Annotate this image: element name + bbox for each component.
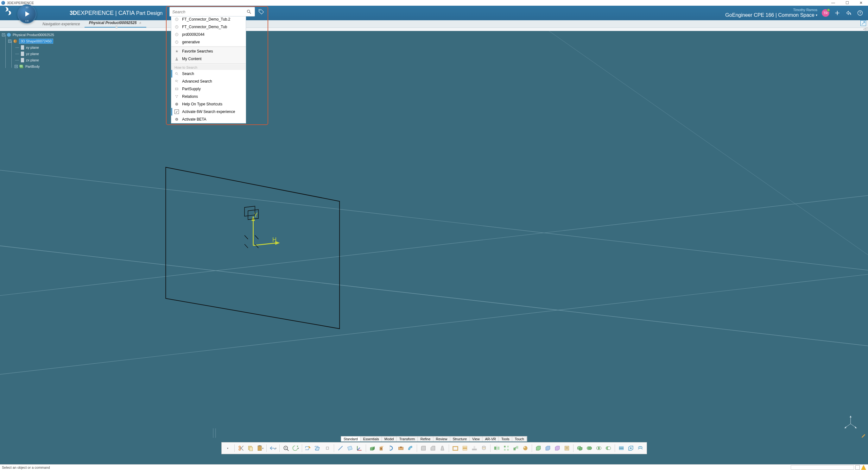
status-indicator[interactable] bbox=[855, 465, 860, 470]
search-option-beta[interactable]: iActivate BETA bbox=[171, 115, 246, 123]
tool-tab-structure[interactable]: Structure bbox=[450, 436, 470, 441]
remove-button[interactable] bbox=[604, 444, 613, 452]
rib-button[interactable] bbox=[406, 444, 415, 452]
toolbar-dropdown[interactable]: ▾ bbox=[224, 444, 232, 452]
tree-root[interactable]: − Physical Product00092525 bbox=[2, 32, 54, 38]
search-option-6w[interactable]: ✓Activate 6W Search experience bbox=[171, 108, 246, 115]
tree-plane-zx[interactable]: zx plane bbox=[14, 57, 54, 63]
natural-shape-button[interactable] bbox=[323, 444, 332, 452]
tool-tab-essentials[interactable]: Essentials bbox=[361, 436, 382, 441]
favorite-searches[interactable]: ★Favorite Searches bbox=[171, 47, 246, 55]
tool-tab-standard[interactable]: Standard bbox=[341, 436, 361, 441]
body-button[interactable] bbox=[534, 444, 543, 452]
expand-icon[interactable]: − bbox=[8, 40, 11, 43]
spec-tree[interactable]: − Physical Product00092525 − 3D Shape000… bbox=[2, 32, 54, 70]
search-option-help-shortcuts[interactable]: ?Help On Type Shortcuts bbox=[171, 100, 246, 108]
plane-button[interactable] bbox=[345, 444, 354, 452]
tag-button[interactable] bbox=[257, 8, 265, 15]
stiffener-button[interactable] bbox=[470, 444, 479, 452]
pad-button[interactable] bbox=[368, 444, 377, 452]
view-axis-widget[interactable] bbox=[843, 414, 859, 431]
user-context[interactable]: Timothy Ramos GoEngineer CPE 166 | Commo… bbox=[725, 8, 817, 18]
shaft-button[interactable] bbox=[387, 444, 396, 452]
line-button[interactable] bbox=[336, 444, 345, 452]
pattern-button[interactable] bbox=[502, 444, 511, 452]
expand-icon[interactable]: − bbox=[2, 33, 5, 36]
tree-plane-yz[interactable]: yz plane bbox=[14, 51, 54, 57]
collapse-panel-icon[interactable]: ◁ | bbox=[863, 27, 867, 31]
tool-tab-arvr[interactable]: AR-VR bbox=[483, 436, 499, 441]
tree-partbody[interactable]: +PartBody bbox=[14, 63, 54, 70]
thickness-button[interactable] bbox=[460, 444, 469, 452]
thick-surface-button[interactable] bbox=[636, 444, 645, 452]
tool-tab-view[interactable]: View bbox=[470, 436, 483, 441]
intersect-button[interactable] bbox=[594, 444, 603, 452]
tool-tab-model[interactable]: Model bbox=[382, 436, 397, 441]
chamfer-button[interactable] bbox=[429, 444, 437, 452]
assemble-button[interactable] bbox=[576, 444, 584, 452]
publication-button[interactable] bbox=[562, 444, 571, 452]
maximize-button[interactable]: ☐ bbox=[840, 0, 854, 6]
edit-mode-button[interactable] bbox=[861, 433, 866, 440]
command-input[interactable] bbox=[791, 465, 854, 470]
tab-navigation-experience[interactable]: Navigation experience bbox=[38, 21, 85, 28]
tool-tab-tools[interactable]: Tools bbox=[499, 436, 513, 441]
ordered-geoset-button[interactable] bbox=[553, 444, 562, 452]
split-button[interactable] bbox=[617, 444, 626, 452]
sketch-button[interactable] bbox=[304, 444, 313, 452]
search-option-advanced[interactable]: Advanced Search bbox=[171, 77, 246, 85]
tool-tab-review[interactable]: Review bbox=[433, 436, 450, 441]
positioned-sketch-icon bbox=[315, 445, 321, 451]
fillet-button[interactable] bbox=[419, 444, 428, 452]
tree-3dshape[interactable]: − 3D Shape00072450 bbox=[8, 38, 54, 44]
shell-button[interactable] bbox=[451, 444, 460, 452]
search-history-item[interactable]: prd00092044 bbox=[171, 31, 246, 38]
tree-plane-xy[interactable]: xy plane bbox=[14, 44, 54, 51]
close-surface-button[interactable] bbox=[626, 444, 635, 452]
cut-button[interactable] bbox=[237, 444, 245, 452]
hole-button[interactable] bbox=[397, 444, 405, 452]
positioned-sketch-button[interactable] bbox=[313, 444, 322, 452]
expand-panel-button[interactable] bbox=[860, 20, 866, 26]
search-option-search[interactable]: Search bbox=[171, 70, 246, 77]
help-button[interactable]: ? bbox=[857, 9, 864, 16]
material-button[interactable] bbox=[521, 444, 530, 452]
tool-tab-touch[interactable]: Touch bbox=[513, 436, 527, 441]
thread-button[interactable] bbox=[479, 444, 488, 452]
union-button[interactable] bbox=[585, 444, 594, 452]
geoset-button[interactable] bbox=[544, 444, 552, 452]
search-history-item[interactable]: generative bbox=[171, 38, 246, 46]
tree-splitter[interactable] bbox=[116, 25, 118, 29]
compass-button[interactable]: 3D V.R bbox=[18, 4, 36, 24]
warning-icon[interactable] bbox=[861, 465, 866, 470]
axis-h-label: H bbox=[272, 236, 276, 243]
paste-button[interactable]: ▾ bbox=[255, 444, 265, 452]
axis-system-button[interactable] bbox=[355, 444, 364, 452]
search-option-relations[interactable]: Relations bbox=[171, 93, 246, 100]
search-option-partsupply[interactable]: PartSupply bbox=[171, 85, 246, 93]
tool-tab-transform[interactable]: Transform bbox=[397, 436, 418, 441]
share-button[interactable] bbox=[845, 9, 852, 16]
minimize-button[interactable]: — bbox=[826, 0, 840, 6]
recenter-button[interactable]: ▾ bbox=[291, 444, 300, 452]
tool-tab-refine[interactable]: Refine bbox=[418, 436, 434, 441]
search-button[interactable] bbox=[245, 8, 252, 15]
tab-add-icon[interactable]: ＋ bbox=[138, 21, 142, 25]
search-input[interactable] bbox=[169, 7, 255, 16]
search-history-item[interactable]: FT_Connector_Demo_Tub bbox=[171, 23, 246, 31]
copy-button[interactable] bbox=[246, 444, 255, 452]
3d-viewport[interactable]: Y H bbox=[0, 31, 868, 460]
draft-button[interactable] bbox=[438, 444, 447, 452]
mirror-button[interactable] bbox=[492, 444, 501, 452]
fit-all-button[interactable] bbox=[281, 444, 290, 452]
expand-icon[interactable]: + bbox=[14, 65, 18, 68]
my-content[interactable]: My Content bbox=[171, 55, 246, 63]
transformation-button[interactable] bbox=[512, 444, 520, 452]
close-button[interactable]: ✕ bbox=[854, 0, 868, 6]
svg-point-85 bbox=[482, 446, 486, 447]
undo-button[interactable]: ▾ bbox=[269, 444, 277, 452]
search-history-item[interactable]: FT_Connector_Demo_Tub.2 bbox=[171, 15, 246, 23]
add-button[interactable] bbox=[834, 9, 841, 16]
pocket-button[interactable] bbox=[377, 444, 386, 452]
avatar[interactable]: TR bbox=[822, 9, 829, 17]
